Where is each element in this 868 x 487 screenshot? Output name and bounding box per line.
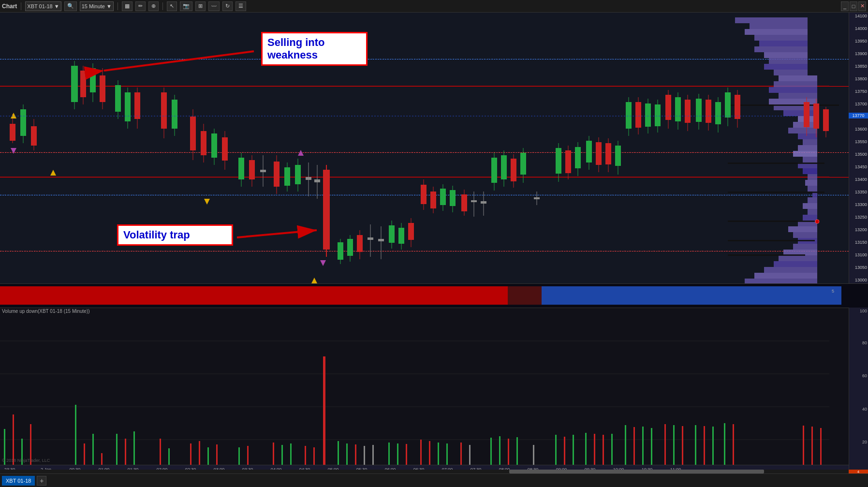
svg-rect-141 xyxy=(471,200,477,202)
svg-rect-133 xyxy=(430,192,436,208)
scrollbar-thumb[interactable] xyxy=(509,470,764,473)
svg-rect-123 xyxy=(378,239,384,241)
svg-rect-45 xyxy=(793,244,817,250)
svg-rect-177 xyxy=(665,95,671,120)
svg-rect-246 xyxy=(420,440,422,468)
svg-rect-25 xyxy=(788,128,817,133)
svg-rect-32 xyxy=(803,168,817,174)
svg-rect-266 xyxy=(642,427,644,468)
svg-rect-143 xyxy=(481,201,486,204)
add-tab-button[interactable]: + xyxy=(37,476,46,486)
svg-rect-30 xyxy=(803,157,817,162)
svg-rect-237 xyxy=(323,356,325,468)
camera-button[interactable]: 📷 xyxy=(180,1,192,11)
maximize-button[interactable]: □ xyxy=(850,1,857,11)
interval-dropdown[interactable]: 15 Minute ▼ xyxy=(80,1,114,11)
svg-rect-8 xyxy=(745,29,808,35)
price-13950: 13950 xyxy=(849,39,868,44)
svg-rect-52 xyxy=(728,104,839,106)
tab-xbt[interactable]: XBT 01-18 xyxy=(2,476,35,486)
svg-rect-26 xyxy=(798,133,817,139)
svg-rect-238 xyxy=(338,441,339,468)
svg-rect-151 xyxy=(520,153,526,175)
price-13900: 13900 xyxy=(849,51,868,56)
svg-rect-262 xyxy=(603,435,604,468)
svg-rect-206 xyxy=(508,286,542,305)
svg-rect-10 xyxy=(759,41,808,46)
svg-rect-191 xyxy=(735,95,740,119)
bar-chart-button[interactable]: ▦ xyxy=(122,1,132,11)
chevron-down-icon: ▼ xyxy=(106,3,112,9)
symbol-dropdown[interactable]: XBT 01-18 ▼ xyxy=(25,1,61,11)
svg-rect-259 xyxy=(573,435,574,468)
list-button[interactable]: ☰ xyxy=(235,1,246,11)
svg-rect-83 xyxy=(172,100,177,129)
chart-label: Chart xyxy=(2,3,17,10)
price-chart[interactable]: Selling into weakness Volatility trap xyxy=(0,13,868,283)
svg-rect-54 xyxy=(728,192,824,193)
oscillator-svg: 5 xyxy=(0,284,849,308)
price-13850: 13850 xyxy=(849,64,868,69)
svg-rect-219 xyxy=(92,434,94,468)
h-line-red-2 xyxy=(0,177,849,177)
svg-rect-100 xyxy=(274,162,280,187)
price-13400: 13400 xyxy=(849,177,868,182)
cursor-icon: ↖ xyxy=(170,3,174,9)
zigzag-button[interactable]: 〰 xyxy=(208,1,220,11)
svg-rect-234 xyxy=(290,443,292,468)
svg-rect-119 xyxy=(357,235,363,252)
svg-rect-96 xyxy=(249,160,255,179)
search-button[interactable]: 🔍 xyxy=(64,1,77,11)
pencil-icon: ✏ xyxy=(138,3,143,9)
svg-rect-256 xyxy=(533,445,534,468)
svg-rect-18 xyxy=(769,87,817,93)
price-13350: 13350 xyxy=(849,190,868,194)
svg-rect-72 xyxy=(100,75,105,102)
svg-rect-91 xyxy=(222,137,228,161)
svg-rect-197 xyxy=(823,109,829,131)
volatility-trap-annotation: Volatility trap xyxy=(117,224,233,246)
refresh-button[interactable]: ↻ xyxy=(222,1,233,11)
scrollbar[interactable] xyxy=(0,470,849,473)
svg-rect-227 xyxy=(199,441,200,468)
symbol-label: XBT 01-18 xyxy=(27,3,52,9)
svg-text:5: 5 xyxy=(832,289,834,294)
draw-button[interactable]: ✏ xyxy=(135,1,146,11)
cursor-button[interactable]: ↖ xyxy=(167,1,177,11)
svg-rect-56 xyxy=(728,240,815,241)
svg-rect-9 xyxy=(754,35,808,41)
svg-rect-264 xyxy=(625,425,626,468)
price-13000: 13000 xyxy=(849,278,868,282)
h-line-blue-1 xyxy=(0,59,849,59)
svg-rect-38 xyxy=(803,203,817,209)
minimize-button[interactable]: _ xyxy=(841,1,849,11)
svg-rect-21 xyxy=(774,104,817,110)
price-13300: 13300 xyxy=(849,202,868,207)
svg-rect-258 xyxy=(564,437,565,468)
interval-label: 15 Minute xyxy=(82,3,105,9)
svg-rect-109 xyxy=(314,179,320,182)
svg-rect-195 xyxy=(813,103,819,129)
svg-rect-218 xyxy=(84,443,85,468)
svg-rect-273 xyxy=(712,427,714,468)
stack-icon: ⊞ xyxy=(198,3,203,9)
zigzag-icon: 〰 xyxy=(211,3,217,9)
svg-rect-137 xyxy=(450,190,456,206)
close-button[interactable]: ✕ xyxy=(858,1,866,11)
oscillator-panel: 5 xyxy=(0,283,868,308)
svg-rect-248 xyxy=(438,443,439,468)
price-14100: 14100 xyxy=(849,14,868,18)
svg-line-201 xyxy=(237,230,317,237)
price-13150: 13150 xyxy=(849,240,868,245)
svg-rect-55 xyxy=(728,221,815,222)
svg-rect-85 xyxy=(190,117,196,150)
price-13100: 13100 xyxy=(849,252,868,257)
svg-line-200 xyxy=(104,51,254,71)
svg-rect-51 xyxy=(745,279,817,283)
svg-rect-59 xyxy=(10,124,15,141)
magnify-button[interactable]: ⊕ xyxy=(148,1,159,11)
stack-button[interactable]: ⊞ xyxy=(195,1,206,11)
current-price-badge: 13770 xyxy=(849,113,868,118)
svg-rect-77 xyxy=(125,92,131,121)
svg-rect-40 xyxy=(803,215,817,221)
